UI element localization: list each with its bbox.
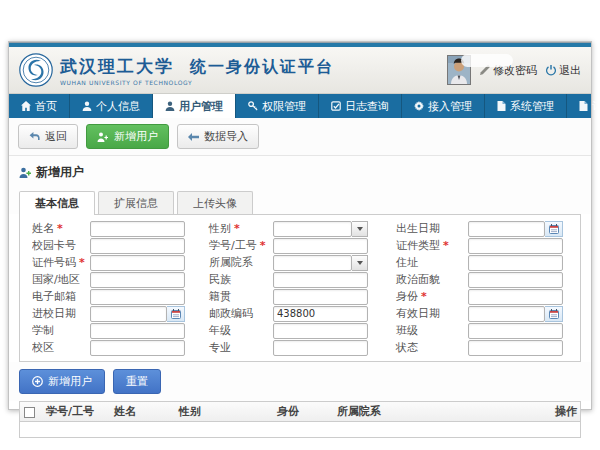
- back-arrow-icon: [29, 132, 40, 141]
- field-control-political-status: [468, 272, 563, 288]
- table-header-row: 学号/工号姓名性别身份所属院系操作: [20, 402, 580, 422]
- field-label-gender: 性别*: [185, 220, 273, 237]
- field-input-country-region[interactable]: [90, 272, 185, 288]
- required-star: *: [443, 239, 449, 252]
- field-input-campus[interactable]: [90, 340, 185, 356]
- field-input-identity[interactable]: [468, 289, 563, 305]
- field-input-address[interactable]: [468, 255, 563, 271]
- field-control-campus-card: [90, 238, 185, 254]
- nav-item-user-management[interactable]: 用户管理: [153, 94, 236, 118]
- app-header: 武汉理工大学 统一身份认证平台 WUHAN UNIVERSITY OF TECH…: [9, 47, 591, 94]
- field-control-identity: [468, 289, 563, 305]
- field-input-major[interactable]: [273, 340, 368, 356]
- field-control-major: [273, 340, 368, 356]
- field-input-birth-date[interactable]: [468, 221, 545, 237]
- field-input-department[interactable]: [273, 255, 352, 271]
- calendar-button-birth-date[interactable]: [545, 221, 563, 237]
- field-label-status: 状态: [368, 339, 468, 356]
- university-logo-icon: [19, 53, 53, 87]
- person-add-icon: [19, 167, 31, 178]
- tab-extended-info[interactable]: 扩展信息: [98, 191, 174, 214]
- back-button[interactable]: 返回: [18, 124, 78, 149]
- field-label-identity: 身份*: [368, 288, 468, 305]
- nav-item-access-management[interactable]: 接入管理: [402, 94, 485, 118]
- tab-upload-avatar[interactable]: 上传头像: [177, 191, 253, 214]
- column-header-gender: 性别: [175, 402, 273, 422]
- field-input-native-place[interactable]: [273, 289, 368, 305]
- field-label-student-id: 学号/工号*: [185, 237, 273, 254]
- home-icon: [21, 101, 31, 111]
- submit-add-user-button[interactable]: 新增用户: [19, 369, 105, 394]
- required-star: *: [421, 290, 427, 303]
- plus-circle-icon: [32, 376, 43, 387]
- section-title: 新增用户: [9, 156, 591, 186]
- field-input-schooling-length[interactable]: [90, 323, 185, 339]
- field-input-political-status[interactable]: [468, 272, 563, 288]
- decor-cloud: [461, 54, 513, 67]
- add-user-toolbar-button[interactable]: 新增用户: [86, 124, 169, 149]
- nav-item-system-management[interactable]: 系统管理: [485, 94, 567, 118]
- calendar-icon: [171, 309, 181, 319]
- field-input-campus-card[interactable]: [90, 238, 185, 254]
- nav-item-label: 系统管理: [510, 99, 554, 114]
- field-control-gender: [273, 221, 368, 237]
- submit-button-label: 新增用户: [48, 374, 92, 389]
- dropdown-button-gender[interactable]: [352, 221, 368, 237]
- platform-title: 统一身份认证平台: [190, 57, 334, 78]
- nav-item-label: 权限管理: [262, 99, 306, 114]
- nav-item-label: 日志查询: [345, 99, 389, 114]
- nav-item-permission-management[interactable]: 权限管理: [236, 94, 319, 118]
- field-input-name[interactable]: [90, 221, 185, 237]
- field-input-ethnicity[interactable]: [273, 272, 368, 288]
- field-input-valid-date[interactable]: [468, 306, 545, 322]
- field-label-political-status: 政治面貌: [368, 271, 468, 288]
- field-control-campus: [90, 340, 185, 356]
- required-star: *: [234, 222, 240, 235]
- field-input-entry-date[interactable]: [90, 306, 167, 322]
- tab-basic-info[interactable]: 基本信息: [19, 191, 95, 215]
- field-label-major: 专业: [185, 339, 273, 356]
- field-label-grade: 年级: [185, 322, 273, 339]
- field-control-status: [468, 340, 563, 356]
- nav-item-personal-info[interactable]: 个人信息: [70, 94, 153, 118]
- logout-link[interactable]: 退出: [546, 63, 581, 78]
- field-label-email: 电子邮箱: [32, 288, 90, 305]
- field-control-id-number: [90, 255, 185, 271]
- nav-item-label: 订阅管理: [592, 99, 600, 114]
- field-control-id-type: [468, 238, 563, 254]
- field-input-class[interactable]: [468, 323, 563, 339]
- select-all-checkbox[interactable]: [24, 407, 35, 418]
- back-button-label: 返回: [45, 129, 67, 144]
- data-import-button[interactable]: 数据导入: [177, 124, 259, 149]
- calendar-button-entry-date[interactable]: [167, 306, 185, 322]
- add-user-toolbar-label: 新增用户: [114, 129, 158, 144]
- nav-item-home[interactable]: 首页: [9, 94, 70, 118]
- field-input-status[interactable]: [468, 340, 563, 356]
- field-label-entry-date: 进校日期: [32, 305, 90, 322]
- app-window: 武汉理工大学 统一身份认证平台 WUHAN UNIVERSITY OF TECH…: [8, 41, 592, 410]
- field-input-grade[interactable]: [273, 323, 368, 339]
- field-input-gender[interactable]: [273, 221, 352, 237]
- field-input-postal-code[interactable]: [273, 306, 368, 322]
- reset-button[interactable]: 重置: [113, 369, 161, 394]
- field-control-address: [468, 255, 563, 271]
- field-input-email[interactable]: [90, 289, 185, 305]
- nav-item-label: 首页: [35, 99, 57, 114]
- field-label-country-region: 国家/地区: [32, 271, 90, 288]
- person-icon: [165, 101, 175, 111]
- nav-item-subscription-management[interactable]: 订阅管理: [567, 94, 600, 118]
- field-control-schooling-length: [90, 323, 185, 339]
- calendar-button-valid-date[interactable]: [545, 306, 563, 322]
- calendar-icon: [549, 309, 559, 319]
- field-control-student-id: [273, 238, 368, 254]
- reset-button-label: 重置: [126, 374, 148, 389]
- field-input-student-id[interactable]: [273, 238, 368, 254]
- field-label-campus-card: 校园卡号: [32, 237, 90, 254]
- nav-item-log-query[interactable]: 日志查询: [319, 94, 402, 118]
- dropdown-button-department[interactable]: [352, 255, 368, 271]
- field-label-department: 所属院系: [185, 254, 273, 271]
- empty-table-row: [20, 422, 580, 438]
- field-input-id-number[interactable]: [90, 255, 185, 271]
- field-control-valid-date: [468, 306, 563, 322]
- field-input-id-type[interactable]: [468, 238, 563, 254]
